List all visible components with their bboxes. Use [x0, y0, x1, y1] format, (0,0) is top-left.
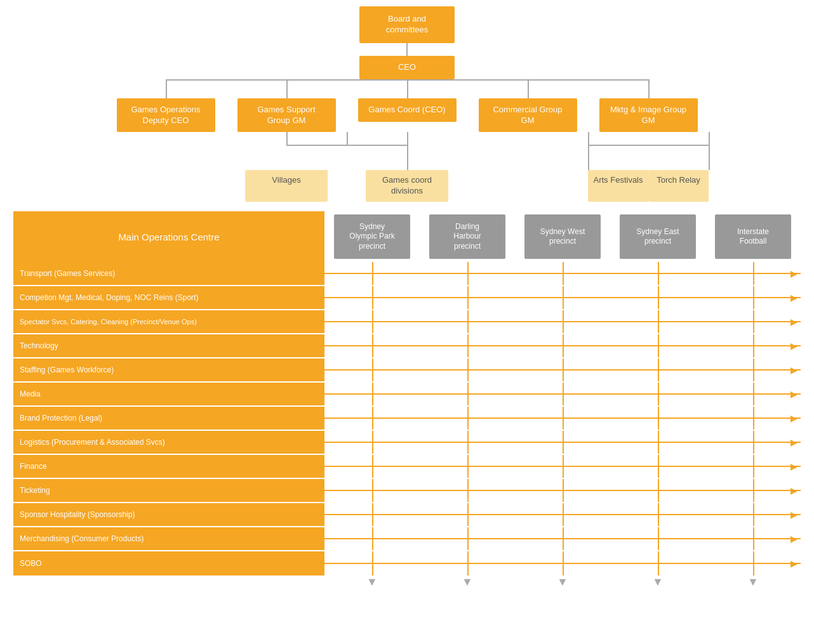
- v-drop-2: [407, 79, 408, 98]
- row-text-8: Finance: [20, 462, 47, 471]
- vl-1-3: [658, 286, 659, 309]
- gamescoord-box: Games coorddivisions: [366, 170, 448, 202]
- vl-0-3: [658, 262, 659, 285]
- vl-4-4: [753, 358, 754, 381]
- torch-label: Torch Relay: [657, 175, 700, 185]
- vl-12-4: [753, 551, 754, 575]
- level2-label-0: Games OperationsDeputy CEO: [131, 105, 200, 125]
- level2-label-1: Games SupportGroup GM: [257, 105, 315, 125]
- level3-row: Villages Games coorddivisions Arts Festi…: [105, 170, 709, 202]
- level2-item-0: Games OperationsDeputy CEO: [105, 98, 226, 133]
- vl-3-3: [658, 334, 659, 357]
- matrix-section: Main Operations Centre SydneyOlympic Par…: [13, 211, 801, 595]
- vl-7-4: [753, 431, 754, 454]
- v-to-arts: [588, 145, 589, 170]
- precinct-box-4: InterstateFootball: [715, 214, 791, 259]
- vl-7-0: [372, 431, 373, 454]
- gamescoord-label: Games coorddivisions: [382, 175, 432, 195]
- arts-label: Arts Festivals: [593, 175, 643, 185]
- vl-9-3: [658, 479, 659, 502]
- vl-1-4: [753, 286, 754, 309]
- arts-box: Arts Festivals: [588, 170, 648, 202]
- vl-8-1: [467, 455, 469, 478]
- precinct-box-2: Sydney Westprecinct: [524, 214, 601, 259]
- matrix-row-12: SOBO ▶: [13, 551, 801, 575]
- row-line-6: ▶: [324, 407, 801, 430]
- vl-2-0: [372, 310, 373, 333]
- v-drop-1: [286, 79, 288, 98]
- row-line-2: ▶: [324, 310, 801, 333]
- precinct-label-0: SydneyOlympic Parkprecinct: [349, 222, 394, 252]
- vl-7-3: [658, 431, 659, 454]
- v-to-torch: [709, 145, 710, 170]
- matrix-row-9: Ticketing ▶: [13, 479, 801, 503]
- vl-6-3: [658, 407, 659, 430]
- vl-10-4: [753, 503, 754, 526]
- row-line-9: ▶: [324, 479, 801, 502]
- vl-4-2: [563, 358, 564, 381]
- vl-2-2: [563, 310, 564, 333]
- matrix-row-6: Brand Protection (Legal) ▶: [13, 407, 801, 431]
- level2-box-2: Games Coord (CEO): [358, 98, 457, 122]
- level3-torch-col: Torch Relay: [648, 170, 709, 202]
- vl-0-4: [753, 262, 754, 285]
- level3-gamescoord-col: Games coorddivisions: [347, 170, 467, 202]
- level3-villages-col: Villages: [226, 170, 347, 202]
- precinct-label-1: DarlingHarbourprecinct: [453, 222, 481, 252]
- vl-0-2: [563, 262, 564, 285]
- vl-10-3: [658, 503, 659, 526]
- arrow-10: ▶: [791, 509, 797, 520]
- villages-label: Villages: [272, 175, 300, 185]
- moc-label: Main Operations Centre: [118, 232, 219, 242]
- down-arrow-2: ▼: [557, 575, 568, 589]
- v-from-item1: [286, 132, 288, 145]
- precincts-header: SydneyOlympic Parkprecinct DarlingHarbou…: [324, 211, 801, 262]
- vl-1-0: [372, 286, 373, 309]
- arrow-5: ▶: [791, 389, 797, 399]
- vl-6-1: [467, 407, 469, 430]
- vl-11-4: [753, 527, 754, 550]
- row-text-12: SOBO: [20, 559, 42, 568]
- row-text-5: Media: [20, 390, 41, 398]
- vl-1-1: [467, 286, 469, 309]
- matrix-row-1: Competion Mgt, Medical, Doping, NOC Rein…: [13, 286, 801, 310]
- row-label-9: Ticketing: [13, 479, 324, 502]
- level3-arts-col: Arts Festivals: [588, 170, 648, 202]
- matrix-row-2: Spectator Svcs, Catering, Cleaning (Prec…: [13, 310, 801, 334]
- row-text-2: Spectator Svcs, Catering, Cleaning (Prec…: [20, 318, 197, 325]
- row-line-3: ▶: [324, 334, 801, 357]
- precinct-box-0: SydneyOlympic Parkprecinct: [334, 214, 410, 259]
- precinct-col-3: Sydney Eastprecinct: [610, 211, 705, 262]
- vl-0-1: [467, 262, 469, 285]
- precinct-label-2: Sydney Westprecinct: [540, 227, 585, 247]
- matrix-row-3: Technology ▶: [13, 334, 801, 358]
- board-label: Board and committees: [386, 14, 428, 34]
- h-item1-item2: [286, 145, 407, 146]
- v-drop-3: [528, 79, 529, 98]
- moc-precincts-row: Main Operations Centre SydneyOlympic Par…: [13, 211, 801, 262]
- moc-box: Main Operations Centre: [13, 211, 324, 262]
- vl-10-0: [372, 503, 373, 526]
- v-drop-4: [648, 79, 650, 98]
- v-from-item4-left: [588, 132, 589, 145]
- v-drop-0: [166, 79, 167, 98]
- board-level: Board and committees: [359, 6, 455, 43]
- vl-9-2: [563, 479, 564, 502]
- row-line-7: ▶: [324, 431, 801, 454]
- vl-7-1: [467, 431, 469, 454]
- arrow-3: ▶: [791, 341, 797, 351]
- vl-5-3: [658, 383, 659, 405]
- down-arrow-1: ▼: [462, 575, 473, 589]
- level2-row: Games OperationsDeputy CEO Games Support…: [105, 98, 709, 133]
- down-arrows-area: ▼ ▼ ▼ ▼ ▼: [324, 575, 801, 595]
- vl-3-4: [753, 334, 754, 357]
- row-text-9: Ticketing: [20, 486, 50, 495]
- arrow-8: ▶: [791, 461, 797, 471]
- arrow-12: ▶: [791, 558, 797, 568]
- row-label-6: Brand Protection (Legal): [13, 407, 324, 430]
- row-line-4: ▶: [324, 358, 801, 381]
- matrix-row-7: Logistics (Procurement & Associated Svcs…: [13, 431, 801, 455]
- matrix-row-10: Sponsor Hospitality (Sponsorship) ▶: [13, 503, 801, 527]
- level2-label-4: Mktg & Image GroupGM: [610, 105, 686, 125]
- row-text-7: Logistics (Procurement & Associated Svcs…: [20, 438, 165, 447]
